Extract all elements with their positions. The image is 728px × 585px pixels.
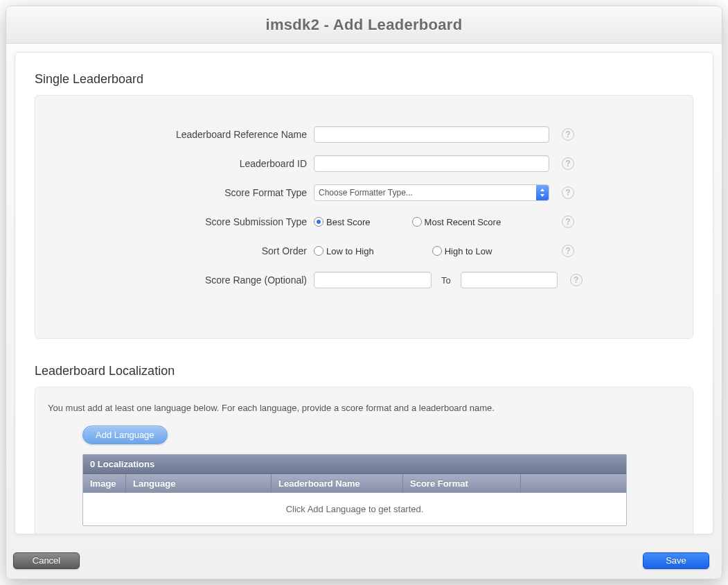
help-icon[interactable]: ? bbox=[562, 157, 574, 170]
section-single-leaderboard-heading: Single Leaderboard bbox=[35, 72, 693, 87]
col-empty bbox=[521, 474, 626, 493]
chevron-updown-icon bbox=[536, 185, 549, 200]
localization-board: You must add at least one language below… bbox=[35, 387, 693, 534]
col-leaderboard-name: Leaderboard Name bbox=[272, 474, 403, 493]
add-language-button[interactable]: Add Language bbox=[82, 426, 168, 444]
radio-icon bbox=[314, 217, 323, 227]
label-score-range: Score Range (Optional) bbox=[57, 274, 314, 286]
help-icon[interactable]: ? bbox=[562, 128, 574, 141]
row-score-format: Score Format Type Choose Formatter Type.… bbox=[57, 183, 671, 202]
localization-empty-message: Click Add Language to get started. bbox=[83, 493, 626, 525]
label-reference-name: Leaderboard Reference Name bbox=[57, 129, 314, 140]
radio-icon bbox=[412, 217, 422, 227]
dialog-title: imsdk2 - Add Leaderboard bbox=[6, 6, 722, 44]
input-score-range-to[interactable] bbox=[461, 272, 558, 288]
help-icon[interactable]: ? bbox=[570, 274, 583, 286]
help-icon[interactable]: ? bbox=[562, 216, 574, 228]
row-sort-order: Sort Order Low to High High to Low ? bbox=[57, 241, 671, 261]
row-reference-name: Leaderboard Reference Name ? bbox=[57, 125, 671, 144]
input-leaderboard-id[interactable] bbox=[314, 155, 549, 172]
radio-low-to-high[interactable]: Low to High bbox=[314, 246, 374, 256]
content-panel: Single Leaderboard Leaderboard Reference… bbox=[15, 52, 713, 534]
localization-hint: You must add at least one language below… bbox=[48, 403, 680, 413]
radio-most-recent-score-label: Most Recent Score bbox=[425, 217, 501, 227]
label-submission-type: Score Submission Type bbox=[57, 216, 314, 227]
select-score-format-value: Choose Formatter Type... bbox=[319, 188, 413, 198]
radio-icon bbox=[314, 246, 323, 256]
radio-high-to-low[interactable]: High to Low bbox=[432, 246, 492, 256]
radio-high-to-low-label: High to Low bbox=[445, 246, 492, 256]
label-leaderboard-id: Leaderboard ID bbox=[57, 158, 314, 169]
radio-most-recent-score[interactable]: Most Recent Score bbox=[412, 217, 501, 227]
col-image: Image bbox=[83, 474, 126, 493]
cancel-button[interactable]: Cancel bbox=[13, 552, 80, 569]
input-reference-name[interactable] bbox=[314, 126, 549, 143]
section-localization-heading: Leaderboard Localization bbox=[35, 364, 693, 378]
col-language: Language bbox=[126, 474, 272, 493]
label-sort-order: Sort Order bbox=[57, 245, 314, 256]
row-score-range: Score Range (Optional) To ? bbox=[57, 270, 671, 290]
input-score-range-from[interactable] bbox=[314, 272, 432, 288]
help-icon[interactable]: ? bbox=[562, 186, 574, 199]
dialog-footer: Cancel Save bbox=[6, 543, 722, 579]
label-score-format: Score Format Type bbox=[57, 187, 314, 198]
label-to: To bbox=[441, 275, 451, 286]
radio-best-score-label: Best Score bbox=[326, 217, 371, 227]
save-button[interactable]: Save bbox=[643, 552, 709, 569]
col-score-format: Score Format bbox=[403, 474, 521, 493]
radio-best-score[interactable]: Best Score bbox=[314, 217, 371, 227]
row-leaderboard-id: Leaderboard ID ? bbox=[57, 154, 671, 173]
localization-columns-row: Image Language Leaderboard Name Score Fo… bbox=[83, 474, 626, 493]
dialog-sheet: imsdk2 - Add Leaderboard Single Leaderbo… bbox=[6, 6, 722, 579]
single-leaderboard-form: Leaderboard Reference Name ? Leaderboard… bbox=[35, 95, 693, 339]
radio-icon bbox=[432, 246, 442, 256]
select-score-format[interactable]: Choose Formatter Type... bbox=[314, 184, 549, 201]
help-icon[interactable]: ? bbox=[562, 245, 574, 257]
row-submission-type: Score Submission Type Best Score Most Re… bbox=[57, 212, 671, 232]
radio-low-to-high-label: Low to High bbox=[326, 246, 374, 256]
localization-table: 0 Localizations Image Language Leaderboa… bbox=[82, 454, 627, 526]
localization-count-header: 0 Localizations bbox=[83, 455, 626, 474]
